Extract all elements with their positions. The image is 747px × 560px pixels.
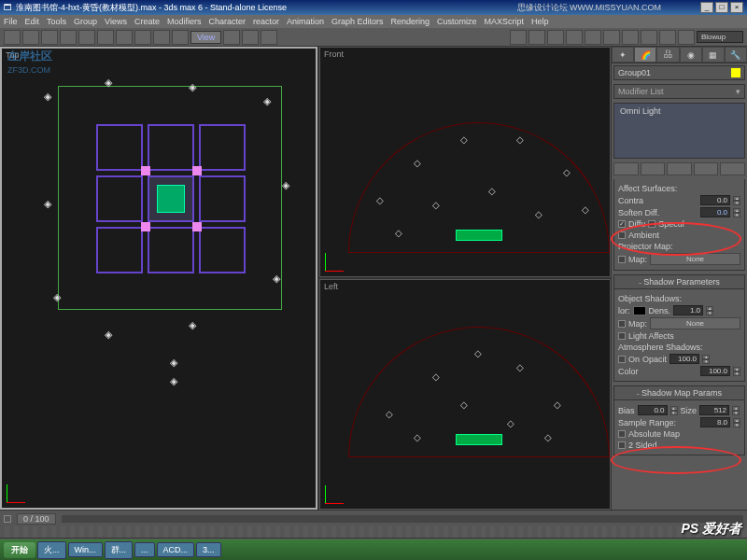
spinner-arrows[interactable]: ▴▾ (732, 406, 740, 415)
atm-on-checkbox[interactable] (618, 356, 626, 363)
schematic-button[interactable] (622, 30, 639, 45)
absmap-checkbox[interactable] (618, 430, 626, 438)
minimize-button[interactable]: _ (700, 2, 713, 13)
render-type-dropdown[interactable]: Blowup (697, 31, 743, 43)
remove-mod-button[interactable] (694, 162, 719, 175)
taskbar-item[interactable]: 群... (105, 541, 134, 559)
projmap-checkbox[interactable] (618, 256, 626, 263)
rollout-header[interactable]: - Shadow Map Params (613, 385, 745, 400)
diffuse-checkbox[interactable] (618, 220, 626, 228)
refcoord-dropdown[interactable]: View (190, 31, 221, 44)
spinner-arrows[interactable]: ▴▾ (733, 367, 740, 376)
frame-indicator[interactable]: 0 / 100 (17, 513, 56, 525)
tab-hierarchy[interactable]: 品 (656, 47, 679, 63)
bias-spinner[interactable]: 0.0 (638, 405, 668, 415)
redo-button[interactable] (22, 30, 39, 45)
select-button[interactable] (78, 30, 95, 45)
taskbar-item[interactable]: 3... (196, 542, 221, 557)
tab-modify[interactable]: 🌈 (634, 47, 656, 63)
config-button[interactable] (720, 162, 745, 175)
rotate-button[interactable] (153, 30, 170, 45)
show-end-button[interactable] (641, 162, 666, 175)
menu-help[interactable]: Help (531, 17, 549, 26)
lightaffects-checkbox[interactable] (618, 332, 626, 340)
twosided-checkbox[interactable] (618, 441, 626, 449)
center-button[interactable] (223, 30, 240, 45)
select-name-button[interactable] (97, 30, 114, 45)
menu-customize[interactable]: Customize (437, 17, 477, 26)
spinner-arrows[interactable]: ▴▾ (670, 406, 678, 415)
density-spinner[interactable]: 1.0 (673, 305, 703, 315)
link-button[interactable] (41, 30, 58, 45)
menu-create[interactable]: Create (134, 17, 160, 26)
menu-rendering[interactable]: Rendering (391, 17, 430, 26)
scale-button[interactable] (172, 30, 189, 45)
rollout-header[interactable]: - Shadow Parameters (613, 274, 745, 289)
pin-stack-button[interactable] (613, 162, 639, 175)
viewport-top[interactable]: Top (0, 47, 317, 510)
spinner-arrows[interactable]: ▴▾ (702, 355, 710, 364)
layer-button[interactable] (585, 30, 601, 45)
shadow-color-swatch[interactable] (633, 306, 646, 315)
menu-group[interactable]: Group (74, 17, 97, 26)
object-color-swatch[interactable] (731, 68, 740, 77)
tab-create[interactable]: ✦ (612, 47, 634, 63)
menu-reactor[interactable]: reactor (253, 17, 279, 26)
opacity-spinner[interactable]: 100.0 (669, 354, 699, 364)
spinner-arrows[interactable]: ▴▾ (733, 418, 740, 427)
atm-color-spinner[interactable]: 100.0 (700, 366, 730, 376)
contrast-spinner[interactable]: 0.0 (700, 195, 730, 205)
menu-modifiers[interactable]: Modifiers (167, 17, 202, 26)
timeline-start[interactable] (4, 515, 11, 523)
select-region-button[interactable] (116, 30, 133, 45)
start-button[interactable]: 开始 (4, 542, 35, 558)
ambient-checkbox[interactable] (618, 231, 626, 239)
tab-motion[interactable]: ◉ (680, 47, 702, 63)
viewport-front[interactable]: Front (319, 47, 611, 277)
time-slider[interactable]: 0 / 100 (0, 510, 747, 526)
quick-render-button[interactable] (678, 30, 695, 45)
unlink-button[interactable] (60, 30, 77, 45)
menu-maxscript[interactable]: MAXScript (485, 17, 525, 26)
curve-editor-button[interactable] (603, 30, 620, 45)
taskbar-item[interactable]: ACD... (157, 542, 195, 557)
object-name-field[interactable]: Group01 (613, 65, 745, 80)
menu-animation[interactable]: Animation (287, 17, 324, 26)
projmap-button[interactable]: None (650, 253, 740, 265)
menu-tools[interactable]: Tools (47, 17, 66, 26)
timeline-track[interactable] (62, 515, 743, 523)
soften-spinner[interactable]: 0.0 (700, 207, 730, 217)
render-scene-button[interactable] (659, 30, 676, 45)
spinner-arrows[interactable]: ▴▾ (733, 208, 740, 217)
sample-spinner[interactable]: 8.0 (700, 417, 730, 427)
undo-button[interactable] (4, 30, 21, 45)
tab-display[interactable]: ▦ (702, 47, 725, 63)
shadowmap-button[interactable]: None (650, 317, 740, 329)
spinner-arrows[interactable]: ▴▾ (733, 196, 740, 205)
taskbar-item[interactable]: 火... (37, 541, 66, 559)
size-spinner[interactable]: 512 (699, 405, 729, 415)
menu-grapheditors[interactable]: Graph Editors (331, 17, 384, 26)
viewport-left[interactable]: Left (319, 279, 611, 510)
angle-snap-button[interactable] (529, 30, 545, 45)
maximize-button[interactable]: □ (715, 2, 728, 13)
menu-edit[interactable]: Edit (25, 17, 40, 26)
align-button[interactable] (261, 30, 277, 45)
menu-views[interactable]: Views (105, 17, 127, 26)
shadowmap-checkbox[interactable] (618, 320, 626, 328)
specular-checkbox[interactable] (648, 220, 655, 228)
named-sel-button[interactable] (566, 30, 583, 45)
taskbar-item[interactable]: ... (134, 542, 155, 557)
mirror-button[interactable] (242, 30, 259, 45)
percent-snap-button[interactable] (547, 30, 564, 45)
menu-file[interactable]: File (4, 17, 18, 26)
taskbar-item[interactable]: Win... (68, 542, 103, 557)
material-button[interactable] (641, 30, 657, 45)
unique-button[interactable] (667, 162, 692, 175)
modifier-list-dropdown[interactable]: Modifier List (613, 84, 745, 99)
modifier-stack[interactable]: Omni Light (613, 103, 745, 159)
menu-character[interactable]: Character (208, 17, 246, 26)
tab-utilities[interactable]: 🔧 (725, 47, 747, 63)
track-bar[interactable] (0, 526, 747, 538)
move-button[interactable] (134, 30, 151, 45)
